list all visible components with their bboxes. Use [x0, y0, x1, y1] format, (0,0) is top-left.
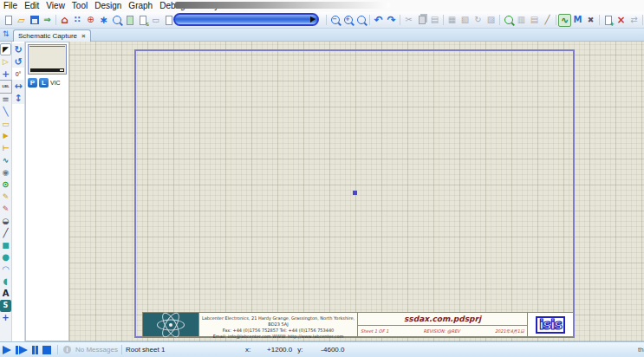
rotate-anticlockwise-icon[interactable]: ↺ [12, 55, 24, 68]
rotate-clockwise-icon[interactable]: ↻ [12, 43, 24, 55]
bus-mode-icon[interactable]: ╲ [0, 106, 11, 118]
tab-close-icon[interactable]: × [81, 32, 86, 40]
menu-graph[interactable]: Graph [125, 0, 156, 12]
block-rotate-icon[interactable]: ↻ [472, 14, 485, 27]
goto-sheet-icon[interactable]: ⇄ [628, 14, 641, 27]
generator-mode-icon[interactable]: ⊙ [0, 178, 11, 191]
title-block: Labcenter Electronics, 21 Hardy Grange, … [142, 312, 574, 337]
packaging-tool-icon[interactable]: ▤ [528, 14, 541, 27]
subcircuit-mode-icon[interactable]: ▭ [0, 118, 11, 130]
design-explorer-icon[interactable] [123, 14, 136, 27]
menu-design[interactable]: Design [91, 0, 125, 12]
zoom-extents-icon[interactable] [355, 14, 368, 27]
pause-button[interactable] [32, 346, 38, 354]
cut-icon[interactable]: ✂ [402, 14, 415, 27]
script-editor-icon[interactable]: s [136, 14, 149, 27]
2d-marker-mode-icon[interactable]: + [0, 312, 11, 324]
origin-marker [353, 191, 357, 195]
device-pin-mode-icon[interactable]: ⊢ [0, 142, 11, 154]
virtual-instrument-mode-icon[interactable]: ◒ [0, 215, 11, 227]
status-bar: i No Messages Root sheet 1 x: +1200.0 y:… [0, 341, 644, 357]
run-button[interactable] [3, 346, 11, 354]
home-icon[interactable]: ⌂ [58, 14, 71, 27]
save-project-icon[interactable] [28, 14, 41, 27]
paste-icon[interactable]: ▤ [428, 14, 441, 27]
wire-autorouter-icon[interactable]: ∿ [558, 14, 571, 27]
message-area[interactable]: No Messages [75, 346, 118, 354]
pick-devices-button[interactable]: P [28, 78, 37, 88]
2d-symbol-mode-icon[interactable]: S [0, 300, 11, 312]
menu-view[interactable]: View [42, 0, 68, 12]
false-origin-icon[interactable]: ⊕ [84, 14, 97, 27]
open-project-icon[interactable]: ▱ [15, 14, 28, 27]
graph-mode-icon[interactable]: ∿ [0, 154, 11, 166]
2d-path-mode-icon[interactable]: ◖ [0, 276, 11, 288]
new-file-icon[interactable] [2, 14, 15, 27]
mirror-horizontal-icon[interactable]: ↔ [12, 80, 24, 92]
2d-line-mode-icon[interactable]: ╱ [0, 227, 11, 239]
center-at-cursor-icon[interactable]: ∗ [97, 14, 110, 27]
pick-parts-icon[interactable] [502, 14, 515, 27]
menu-edit[interactable]: Edit [21, 0, 42, 12]
x-label: x: [245, 346, 250, 354]
selection-mode-icon[interactable]: ◤ [0, 43, 11, 55]
text-block-icon[interactable]: ▭ [149, 14, 162, 27]
project-filename: ssdax.com.pdsprj [358, 313, 527, 326]
block-delete-icon[interactable]: ▨ [485, 14, 498, 27]
remove-sheet-icon[interactable]: × [615, 14, 628, 27]
block-copy-icon[interactable]: ▦ [446, 14, 459, 27]
2d-text-mode-icon[interactable]: A [0, 288, 11, 300]
cursor-arrow-icon [310, 16, 315, 23]
zoom-out-icon[interactable]: − [329, 14, 342, 27]
property-assignment-icon[interactable]: ✖ [584, 14, 597, 27]
separator [57, 345, 58, 354]
overview-window[interactable] [28, 44, 67, 75]
sheet-meta-row: Sheet 1 OF 1 REVISION: @REV 2021年4月1日 [358, 326, 527, 336]
tab-label: Schematic Capture [18, 32, 77, 40]
wire-label-mode-icon[interactable]: LBL [0, 80, 12, 94]
atom-nucleus-icon [169, 323, 172, 327]
toggle-grid-icon[interactable]: ∷ [71, 14, 84, 27]
make-device-icon[interactable]: ▥ [515, 14, 528, 27]
terminal-mode-icon[interactable]: ▶ [0, 130, 11, 142]
y-label: y: [297, 346, 302, 354]
tab-schematic-capture[interactable]: Schematic Capture × [13, 29, 91, 42]
zoom-in-icon[interactable]: + [342, 14, 355, 27]
title-fields: ssdax.com.pdsprj Sheet 1 OF 1 REVISION: … [357, 313, 527, 336]
block-move-icon[interactable]: ▧ [459, 14, 472, 27]
device-list-item[interactable]: VIC [50, 80, 61, 86]
search-and-tag-icon[interactable]: M [571, 14, 584, 27]
2d-arc-mode-icon[interactable]: ◠ [0, 263, 11, 276]
dock-icon[interactable]: ⇅ [3, 29, 10, 38]
import-legacy-icon[interactable]: ⇒ [41, 14, 54, 27]
copy-icon[interactable] [415, 14, 428, 27]
mirror-vertical-icon[interactable]: ↕ [12, 92, 24, 104]
decompose-icon[interactable]: ╱ [541, 14, 554, 27]
overview-notch [60, 69, 63, 71]
selector-toolbar: P L VIC [28, 78, 61, 88]
tape-recorder-mode-icon[interactable]: ◉ [0, 166, 11, 178]
company-line-2: Fax: +44 (0)1756 752857 Tel: +44 (0)1756… [199, 328, 357, 334]
junction-dot-mode-icon[interactable]: + [0, 68, 11, 80]
company-address: Labcenter Electronics, 21 Hardy Grange, … [199, 313, 357, 336]
redo-icon[interactable]: ↷ [385, 14, 398, 27]
new-sheet-icon[interactable]: + [602, 14, 615, 27]
menu-file[interactable]: File [0, 0, 21, 12]
library-manager-button[interactable]: L [39, 78, 49, 88]
undo-icon[interactable]: ↶ [372, 14, 385, 27]
2d-circle-mode-icon[interactable]: ● [0, 251, 11, 263]
text-script-mode-icon[interactable]: ≡ [0, 94, 11, 106]
menu-tool[interactable]: Tool [68, 0, 91, 12]
stop-button[interactable] [42, 346, 51, 354]
find-part-icon[interactable] [110, 14, 123, 27]
voltage-probe-mode-icon[interactable]: ✎ [0, 191, 11, 203]
component-mode-icon[interactable]: ▷ [0, 55, 11, 68]
sheet-number: Sheet 1 OF 1 [361, 328, 388, 334]
step-button[interactable] [16, 346, 28, 354]
current-probe-mode-icon[interactable]: ✎ [0, 203, 11, 215]
2d-box-mode-icon[interactable]: ■ [0, 239, 11, 251]
cursor-coordinates: x: +1200.0 y: -4600.0 [245, 346, 344, 354]
schematic-canvas[interactable]: Labcenter Electronics, 21 Hardy Grange, … [69, 42, 644, 341]
object-selector[interactable]: P L VIC [25, 42, 69, 341]
toolbar-separator [443, 15, 444, 25]
